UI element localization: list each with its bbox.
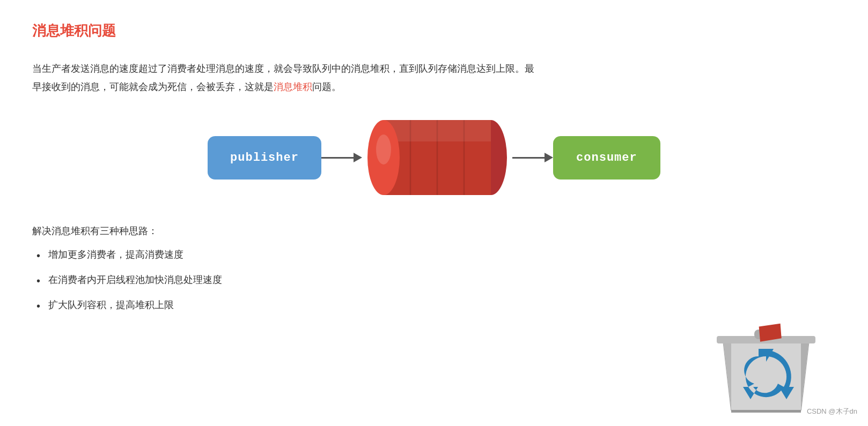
solutions-intro: 解决消息堆积有三种种思路：: [32, 225, 836, 237]
publisher-node: publisher: [208, 136, 321, 180]
consumer-label: consumer: [576, 151, 637, 165]
publisher-label: publisher: [230, 151, 299, 165]
intro-line2-prefix: 早接收到的消息，可能就会成为死信，会被丢弃，这就是: [32, 81, 274, 92]
message-queue-cylinder: [362, 117, 512, 198]
arrow-head2: [545, 153, 553, 162]
watermark: CSDN @木子dn: [807, 407, 857, 416]
solution-item-1: 增加更多消费者，提高消费速度: [32, 247, 836, 263]
intro-paragraph: 当生产者发送消息的速度超过了消费者处理消息的速度，就会导致队列中的消息堆积，直到…: [32, 59, 815, 96]
consumer-node: consumer: [553, 136, 660, 180]
cylinder-svg: [362, 117, 512, 198]
svg-marker-11: [801, 340, 809, 410]
arrow-line-segment: [321, 157, 354, 159]
intro-line2-suffix: 问题。: [312, 81, 341, 92]
recycle-bin-svg: [707, 297, 825, 421]
queue-to-consumer-arrow: [512, 153, 553, 162]
arrow-line-segment2: [512, 157, 545, 159]
svg-marker-10: [723, 340, 731, 410]
page-title: 消息堆积问题: [32, 21, 836, 40]
recycle-bin-illustration: [707, 297, 825, 415]
architecture-diagram: publisher consumer: [32, 117, 836, 198]
svg-rect-5: [384, 120, 491, 141]
svg-point-7: [376, 134, 391, 165]
solution-item-2: 在消费者内开启线程池加快消息处理速度: [32, 272, 836, 288]
arrow-head: [354, 153, 362, 162]
svg-marker-12: [731, 410, 801, 413]
highlight-text: 消息堆积: [274, 81, 312, 92]
publisher-to-queue-arrow: [321, 153, 362, 162]
intro-line1: 当生产者发送消息的速度超过了消费者处理消息的速度，就会导致队列中的消息堆积，直到…: [32, 63, 534, 74]
